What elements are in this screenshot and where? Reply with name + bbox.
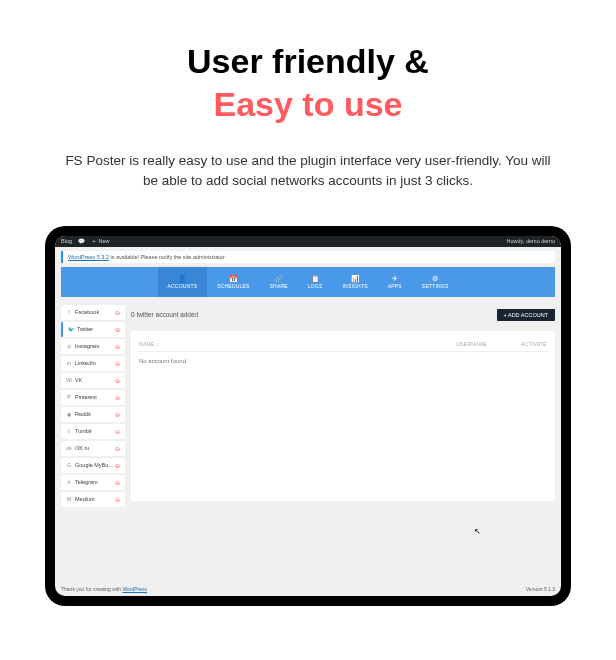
sidebar-item-label: Tumblr [75,428,92,434]
remove-icon[interactable]: ⊖ [115,445,120,452]
remove-icon[interactable]: ⊖ [115,309,120,316]
sidebar-item-telegram[interactable]: ✈Telegram⊖ [61,475,125,490]
nav-settings-label: SETTINGS [422,283,449,289]
add-account-button[interactable]: + ADD ACCOUNT [497,309,555,321]
accounts-count-title: 0 twitter account added [131,311,198,318]
list-icon: 📋 [311,275,320,282]
cursor-icon: ↖ [474,527,481,536]
sidebar-item-tumblr[interactable]: tTumblr⊖ [61,424,125,439]
sidebar-item-facebook[interactable]: fFacebook⊖ [61,305,125,320]
wp-howdy[interactable]: Howdy, demo demo [506,238,555,244]
sidebar-item-label: VK [75,377,82,383]
col-username: USERNAME [427,341,487,347]
sidebar-item-vk[interactable]: VKVK⊖ [61,373,125,388]
col-activate: ACTIVATE [487,341,547,347]
medium-icon: M [66,496,72,502]
sidebar-item-label: Pinterest [75,394,97,400]
empty-state: No account found [137,351,549,370]
remove-icon[interactable]: ⊖ [115,496,120,503]
sidebar-item-label: Medium [75,496,95,502]
share-icon: 🔗 [274,275,283,282]
reddit-icon: ◉ [66,411,72,417]
sidebar-item-label: Reddit [75,411,91,417]
sidebar-item-label: Facebook [75,309,99,315]
telegram-icon: ✈ [66,479,72,485]
google-icon: G [66,462,72,468]
user-icon: 👤 [178,275,187,282]
nav-apps-label: APPS [388,283,402,289]
remove-icon[interactable]: ⊖ [115,411,120,418]
hero-description: FS Poster is really easy to use and the … [58,151,558,192]
tablet-screen: Blog 💬 ＋ New Howdy, demo demo WordPress … [55,236,561,596]
facebook-icon: f [66,309,72,315]
wp-site-link[interactable]: Blog [61,238,72,244]
footer-wp-link[interactable]: WordPress [122,586,147,592]
networks-sidebar: fFacebook⊖ 🐦Twitter⊖ ◎Instagram⊖ inLinke… [61,305,125,507]
wp-update-text: is available! Please notify the site adm… [109,254,226,260]
accounts-table: NAME ↕ USERNAME ACTIVATE No account foun… [131,331,555,501]
nav-settings[interactable]: ⚙SETTINGS [412,267,459,297]
nav-insights-label: INSIGHTS [343,283,368,289]
sidebar-item-label: Google MyBusiness [75,462,115,468]
sidebar-item-medium[interactable]: MMedium⊖ [61,492,125,507]
wp-new-link[interactable]: ＋ New [91,238,110,245]
okru-icon: ok [66,445,72,451]
sidebar-item-label: Instagram [75,343,99,349]
hero-title: User friendly & Easy to use [0,40,616,125]
nav-share-label: SHARE [270,283,288,289]
tablet-device-frame: Blog 💬 ＋ New Howdy, demo demo WordPress … [45,226,571,606]
main-panel: 0 twitter account added + ADD ACCOUNT NA… [131,305,555,507]
hero-title-line1: User friendly & [187,42,429,80]
nav-insights[interactable]: 📊INSIGHTS [333,267,378,297]
sidebar-item-okru[interactable]: okOK.ru⊖ [61,441,125,456]
sidebar-item-reddit[interactable]: ◉Reddit⊖ [61,407,125,422]
sidebar-item-label: Twitter [77,326,93,332]
sidebar-item-label: Telegram [75,479,98,485]
calendar-icon: 📅 [229,275,238,282]
remove-icon[interactable]: ⊖ [115,326,120,333]
instagram-icon: ◎ [66,343,72,349]
wp-footer: Thank you for creating with WordPress Ve… [61,586,555,592]
remove-icon[interactable]: ⊖ [115,343,120,350]
sidebar-item-linkedin[interactable]: inLinkedIn⊖ [61,356,125,371]
wp-comments-icon[interactable]: 💬 [78,238,85,244]
sidebar-item-instagram[interactable]: ◎Instagram⊖ [61,339,125,354]
nav-apps[interactable]: ✈APPS [378,267,412,297]
col-name[interactable]: NAME ↕ [139,341,427,347]
nav-logs-label: LOGS [308,283,323,289]
tumblr-icon: t [66,428,72,434]
twitter-icon: 🐦 [68,326,74,332]
remove-icon[interactable]: ⊖ [115,394,120,401]
nav-share[interactable]: 🔗SHARE [260,267,298,297]
sidebar-item-gmb[interactable]: GGoogle MyBusiness⊖ [61,458,125,473]
gear-icon: ⚙ [432,275,438,282]
sidebar-item-pinterest[interactable]: PPinterest⊖ [61,390,125,405]
nav-accounts-label: ACCOUNTS [168,283,198,289]
sidebar-item-label: OK.ru [75,445,89,451]
plugin-nav: 👤ACCOUNTS 📅SCHEDULES 🔗SHARE 📋LOGS 📊INSIG… [61,267,555,297]
sidebar-item-twitter[interactable]: 🐦Twitter⊖ [61,322,125,337]
nav-accounts[interactable]: 👤ACCOUNTS [158,267,208,297]
hero-title-line2: Easy to use [214,85,403,123]
remove-icon[interactable]: ⊖ [115,360,120,367]
wp-update-link[interactable]: WordPress 5.3.2 [68,254,109,260]
footer-version: Version 5.1.3 [526,586,555,592]
nav-schedules[interactable]: 📅SCHEDULES [207,267,259,297]
remove-icon[interactable]: ⊖ [115,377,120,384]
remove-icon[interactable]: ⊖ [115,428,120,435]
plane-icon: ✈ [392,275,398,282]
wp-admin-bar: Blog 💬 ＋ New Howdy, demo demo [55,236,561,247]
nav-logs[interactable]: 📋LOGS [298,267,333,297]
remove-icon[interactable]: ⊖ [115,479,120,486]
linkedin-icon: in [66,360,72,366]
footer-thanks: Thank you for creating with [61,586,122,592]
sidebar-item-label: LinkedIn [75,360,96,366]
wp-update-notice: WordPress 5.3.2 is available! Please not… [61,251,555,263]
chart-icon: 📊 [351,275,360,282]
pinterest-icon: P [66,394,72,400]
remove-icon[interactable]: ⊖ [115,462,120,469]
nav-schedules-label: SCHEDULES [217,283,249,289]
vk-icon: VK [66,377,72,383]
